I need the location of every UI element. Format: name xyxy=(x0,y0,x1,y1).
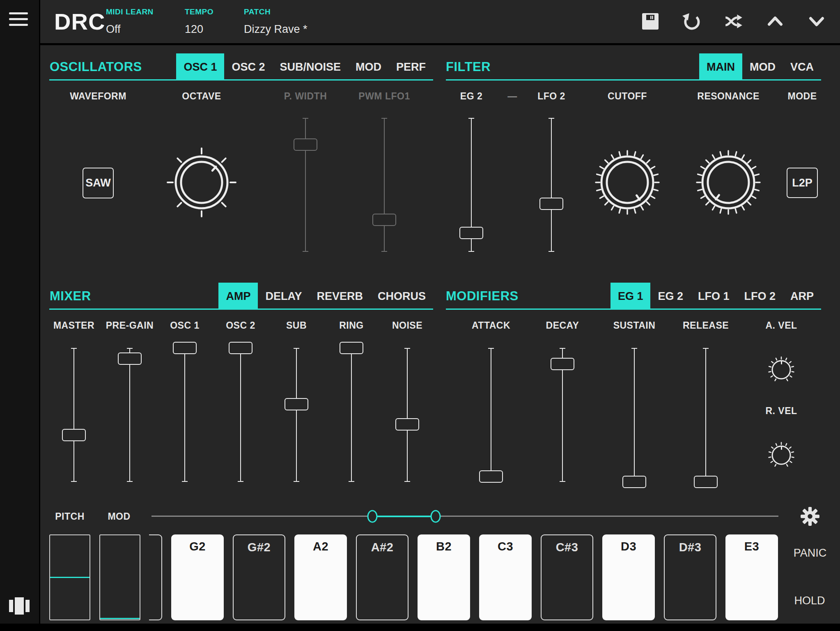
modifiers-tab-arp[interactable]: ARP xyxy=(783,283,821,310)
slider-handle[interactable] xyxy=(395,418,419,431)
patch-value[interactable]: Dizzy Rave * xyxy=(244,23,308,36)
osc-tab-mod[interactable]: MOD xyxy=(348,53,389,81)
release-velocity-knob[interactable] xyxy=(768,442,794,468)
slider-handle[interactable] xyxy=(340,342,363,354)
waveform-button[interactable]: SAW xyxy=(83,168,114,198)
keyboard-panel-icon[interactable] xyxy=(9,596,30,615)
mixer-tab-chorus[interactable]: CHORUS xyxy=(370,283,433,310)
panic-button[interactable]: PANIC xyxy=(794,547,827,560)
range-handle-left[interactable] xyxy=(367,510,377,523)
slider-handle[interactable] xyxy=(294,138,317,151)
menu-icon xyxy=(9,12,28,14)
midi-learn-value[interactable]: Off xyxy=(106,23,121,36)
key-c3[interactable]: C3 xyxy=(479,534,532,620)
slider-handle[interactable] xyxy=(539,198,563,210)
octave-knob[interactable] xyxy=(167,147,236,217)
slider-handle[interactable] xyxy=(372,214,396,226)
mixer-tab-delay[interactable]: DELAY xyxy=(258,283,309,310)
pre-gain-slider[interactable] xyxy=(117,348,143,482)
slider-handle[interactable] xyxy=(479,470,503,483)
sustain-slider[interactable] xyxy=(621,348,647,482)
tempo-value[interactable]: 120 xyxy=(185,23,203,36)
patch-up-button[interactable] xyxy=(762,8,788,35)
slider-handle[interactable] xyxy=(694,476,718,488)
noise-level-slider[interactable] xyxy=(394,348,420,482)
oscillators-underline xyxy=(49,79,433,81)
resonance-knob-ticks xyxy=(693,147,763,217)
filter-underline xyxy=(446,79,821,81)
cutoff-knob-ticks xyxy=(592,147,662,217)
modifiers-tab-eg1[interactable]: EG 1 xyxy=(610,283,651,310)
release-slider[interactable] xyxy=(693,348,719,482)
mixer-tabs: AMP DELAY REVERB CHORUS xyxy=(49,283,433,310)
cutoff-knob[interactable] xyxy=(592,147,662,217)
pre-gain-label: PRE-GAIN xyxy=(106,317,154,334)
filter-tab-main[interactable]: MAIN xyxy=(699,53,742,81)
pwm-lfo1-label: PWM LFO1 xyxy=(358,88,410,104)
lfo2-slider[interactable] xyxy=(538,118,565,252)
menu-button[interactable] xyxy=(9,12,29,30)
osc-tab-osc1[interactable]: OSC 1 xyxy=(176,53,224,81)
key-partial[interactable] xyxy=(149,534,162,620)
modifiers-tab-lfo2[interactable]: LFO 2 xyxy=(737,283,783,310)
slider-handle[interactable] xyxy=(459,227,483,239)
filter-tab-vca[interactable]: VCA xyxy=(783,53,821,81)
mixer-tab-amp[interactable]: AMP xyxy=(218,283,258,310)
attack-slider[interactable] xyxy=(478,348,504,482)
modifiers-tab-eg2[interactable]: EG 2 xyxy=(650,283,691,310)
attack-velocity-knob[interactable] xyxy=(768,357,794,383)
key-gsharp2[interactable]: G#2 xyxy=(233,534,285,620)
osc1-level-slider[interactable] xyxy=(172,348,198,482)
slider-handle[interactable] xyxy=(551,358,574,370)
knob-indicator xyxy=(781,361,782,364)
filter-tab-mod[interactable]: MOD xyxy=(742,53,783,81)
key-dsharp3[interactable]: D#3 xyxy=(664,534,716,620)
eg2-slider[interactable] xyxy=(458,118,484,252)
modifiers-tabs: EG 1 EG 2 LFO 1 LFO 2 ARP xyxy=(446,283,821,310)
osc-tab-sub-noise[interactable]: SUB/NOISE xyxy=(272,53,348,81)
key-b2[interactable]: B2 xyxy=(418,534,470,620)
key-d3[interactable]: D3 xyxy=(602,534,655,620)
decay-slider[interactable] xyxy=(549,348,576,482)
chevron-up-icon xyxy=(765,11,785,32)
range-selected-segment xyxy=(372,516,436,517)
pwm-lfo1-slider[interactable] xyxy=(371,118,397,252)
osc1-level-label: OSC 1 xyxy=(170,317,200,334)
slider-handle[interactable] xyxy=(62,429,86,441)
slider-handle[interactable] xyxy=(229,342,252,354)
slider-handle[interactable] xyxy=(173,342,197,354)
key-e3[interactable]: E3 xyxy=(725,534,778,620)
slider-handle[interactable] xyxy=(622,476,646,488)
key-csharp3[interactable]: C#3 xyxy=(541,534,593,620)
filter-tabs: MAIN MOD VCA xyxy=(446,53,821,81)
mod-wheel[interactable] xyxy=(99,534,140,620)
hold-button[interactable]: HOLD xyxy=(794,594,825,607)
patch-down-button[interactable] xyxy=(803,8,830,35)
keyboard-settings-button[interactable] xyxy=(800,507,820,526)
key-a2[interactable]: A2 xyxy=(294,534,347,620)
range-handle-right[interactable] xyxy=(430,510,441,523)
pulse-width-slider[interactable] xyxy=(292,118,319,252)
osc2-level-slider[interactable] xyxy=(227,348,254,482)
keyboard-range-slider[interactable] xyxy=(151,510,778,523)
modifiers-tab-lfo1[interactable]: LFO 1 xyxy=(691,283,737,310)
osc-tab-perf[interactable]: PERF xyxy=(389,53,433,81)
sub-level-slider[interactable] xyxy=(283,348,310,482)
key-g2[interactable]: G2 xyxy=(171,534,224,620)
tempo-label: TEMPO xyxy=(185,7,213,16)
save-button[interactable] xyxy=(637,8,663,35)
eg2-lfo2-dash: — xyxy=(507,88,517,104)
resonance-knob[interactable] xyxy=(693,147,763,217)
osc-tab-osc2[interactable]: OSC 2 xyxy=(224,53,272,81)
slider-handle[interactable] xyxy=(285,398,308,410)
key-asharp2[interactable]: A#2 xyxy=(356,534,409,620)
filter-mode-button[interactable]: L2P xyxy=(787,168,818,198)
master-slider[interactable] xyxy=(61,348,87,482)
ring-level-slider[interactable] xyxy=(338,348,365,482)
pitch-wheel[interactable] xyxy=(49,534,90,620)
mixer-tab-reverb[interactable]: REVERB xyxy=(309,283,370,310)
slider-handle[interactable] xyxy=(118,352,142,365)
range-track[interactable] xyxy=(151,516,778,517)
undo-button[interactable] xyxy=(679,8,705,35)
shuffle-button[interactable] xyxy=(721,8,747,35)
